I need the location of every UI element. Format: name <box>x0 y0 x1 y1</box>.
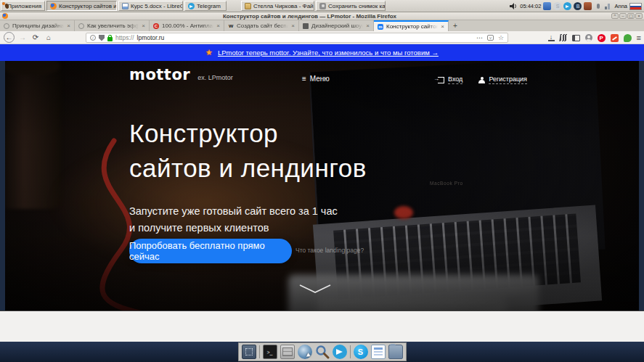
auth-links: Вход Регистрация <box>438 75 527 84</box>
person-icon <box>478 77 485 83</box>
screenshot-icon <box>319 3 326 9</box>
tab-4[interactable]: w Создать сайт бесплатн × <box>224 20 299 31</box>
tab-3[interactable]: C 100.00% - Антиплагиат × <box>150 20 224 31</box>
default-favicon <box>78 23 84 29</box>
window-minimize-button[interactable]: – <box>619 13 627 19</box>
taskbar-window-telegram[interactable]: Telegram <box>184 1 227 11</box>
clock[interactable]: 05:44:02 <box>520 3 541 9</box>
url-bar[interactable]: i https:// lpmotor.ru ⋯ v ☆ <box>86 33 508 43</box>
sidebar-toggle-icon[interactable] <box>572 35 580 41</box>
tab-5[interactable]: Дизайнерский шоукей × <box>299 20 374 31</box>
pinterest-extension-icon[interactable]: P <box>598 34 606 42</box>
microphone-icon[interactable] <box>594 2 602 10</box>
back-button[interactable]: ← <box>4 32 15 43</box>
account-icon[interactable] <box>585 34 592 41</box>
library-icon[interactable] <box>559 34 567 41</box>
register-link[interactable]: Регистрация <box>478 75 527 84</box>
hamburger-menu-icon[interactable]: ≡ <box>637 33 641 42</box>
firefox-icon <box>50 3 57 9</box>
search-icon[interactable] <box>315 345 330 359</box>
home-button[interactable]: ⌂ <box>42 33 55 41</box>
wix-favicon: w <box>228 23 234 29</box>
forward-button[interactable]: → <box>16 33 29 41</box>
libreoffice-writer-icon[interactable] <box>371 345 386 359</box>
tracking-shield-icon[interactable] <box>99 35 105 41</box>
login-link[interactable]: Вход <box>438 75 462 84</box>
enter-icon <box>438 77 444 83</box>
desktop-places-icon[interactable] <box>242 345 256 359</box>
username-label[interactable]: Anna <box>614 3 627 9</box>
hero-subtitle: Запустите уже готовый сайт всего за 1 ча… <box>129 203 338 236</box>
firefox-logo-icon <box>2 13 8 19</box>
logo-suffix: ex. LPmotor <box>197 74 233 81</box>
window-maximize-button[interactable]: ▢ <box>627 13 635 19</box>
landing-page-question-link[interactable]: Что такое landing page? <box>295 247 364 254</box>
document-icon <box>122 3 129 9</box>
page-info-icon[interactable]: i <box>90 35 96 41</box>
window-shade-button[interactable]: ^ <box>611 13 619 19</box>
menu-button[interactable]: ≡ Меню <box>302 75 330 83</box>
tab-close-icon[interactable]: × <box>142 22 145 29</box>
menu-label: Меню <box>310 75 330 83</box>
padlock-icon[interactable] <box>107 37 113 41</box>
web-browser-icon[interactable] <box>298 345 312 359</box>
bookmark-star-icon[interactable]: ☆ <box>498 34 504 41</box>
skype-icon[interactable]: S <box>354 345 368 359</box>
telegram-icon <box>188 3 195 9</box>
telegram-icon[interactable] <box>333 345 347 359</box>
hero-section: mottor ex. LPmotor ≡ Меню Вход Регистрац… <box>0 61 644 310</box>
tab-2[interactable]: Как увеличить эффект × <box>75 20 150 31</box>
hero-title: Конструктор сайтов и лендингов <box>129 116 367 186</box>
site-favicon <box>303 23 309 29</box>
terminal-icon[interactable]: >_ <box>263 345 277 359</box>
new-tab-button[interactable]: + <box>449 20 462 31</box>
taskbar-window-writer[interactable]: Курс 5.docx - LibreOffic... <box>118 1 183 11</box>
dock-separator <box>259 345 260 358</box>
taskbar-window-firefox[interactable]: Конструктор сайтов и... <box>46 1 117 11</box>
tab-close-icon[interactable]: × <box>216 22 220 29</box>
page-actions-icon[interactable]: ⋯ <box>476 34 483 41</box>
site-logo[interactable]: mottor ex. LPmotor <box>129 66 233 83</box>
scroll-down-chevron-icon[interactable] <box>298 283 333 295</box>
urlbar-actions: ⋯ v ☆ <box>476 34 504 41</box>
telegram-tray-icon[interactable] <box>563 2 571 10</box>
tab-close-icon[interactable]: × <box>67 22 70 29</box>
bluetooth-icon[interactable]: B <box>574 2 582 10</box>
taskbar-window-files[interactable]: Стелла Чиркова - Фай... <box>241 1 314 11</box>
hero-content: mottor ex. LPmotor ≡ Меню Вход Регистрац… <box>0 61 644 310</box>
tab-close-icon[interactable]: × <box>291 22 295 29</box>
downloads-icon[interactable]: ↓ <box>548 34 555 41</box>
cta-button[interactable]: Попробовать бесплатно прямо сейчас <box>129 239 292 263</box>
banner-link[interactable]: LPmotor теперь mottor. Узнайте, что изме… <box>218 49 439 57</box>
skype-inactive-icon[interactable]: S <box>553 2 561 10</box>
promo-banner: ★ LPmotor теперь mottor. Узнайте, что из… <box>0 44 644 61</box>
reload-button[interactable]: ⟳ <box>29 33 42 41</box>
folder-icon <box>245 3 251 9</box>
window-close-button[interactable]: × <box>635 13 643 19</box>
top-taskbar: Приложения Конструктор сайтов и... Курс … <box>0 0 644 12</box>
tab-1[interactable]: Принципы дизайна ле × <box>0 20 75 31</box>
applications-icon <box>4 2 5 9</box>
keyboard-layout-flag-ru[interactable] <box>629 3 642 10</box>
network-signal-icon[interactable] <box>604 2 612 10</box>
hero-title-line1: Конструктор <box>129 116 367 151</box>
tray-mail-icon[interactable] <box>584 2 592 10</box>
file-cabinet-icon[interactable] <box>280 345 295 359</box>
taskbar-window-screenshot[interactable]: Сохранить снимок как... <box>316 1 386 11</box>
red-extension-icon[interactable] <box>611 34 619 42</box>
green-extension-icon[interactable] <box>624 34 632 42</box>
tray-app-icon[interactable] <box>543 2 551 10</box>
tab-active-mottor[interactable]: m Конструктор сайтов и × <box>374 20 449 31</box>
applications-menu[interactable]: Приложения <box>1 1 45 11</box>
toolbar-icons: ↓ P ≡ <box>548 31 641 44</box>
file-manager-icon[interactable] <box>388 345 403 359</box>
pocket-icon[interactable]: v <box>487 35 494 41</box>
firefox-titlebar: Конструктор сайтов и лендингов — LPmotor… <box>0 12 644 20</box>
system-tray: 05:44:02 S B Anna <box>509 0 644 12</box>
mottor-favicon: m <box>378 24 383 30</box>
tab-close-icon[interactable]: × <box>441 23 444 30</box>
tab-close-icon[interactable]: × <box>366 22 370 29</box>
page-next-section <box>0 310 644 342</box>
dock-tray: >_ S <box>238 342 407 361</box>
volume-icon[interactable] <box>509 2 518 10</box>
